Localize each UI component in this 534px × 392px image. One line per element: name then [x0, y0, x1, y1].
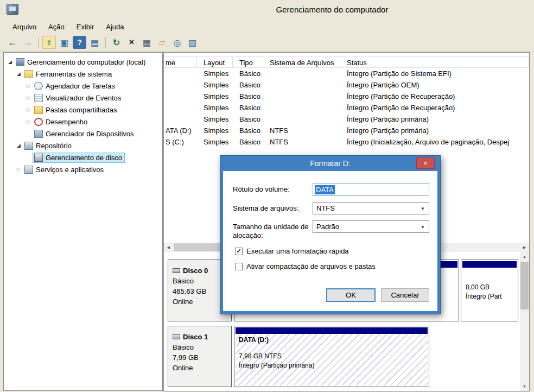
scroll-down-icon[interactable]: ▼: [520, 382, 529, 391]
disk-type: Básico: [173, 342, 227, 352]
selected-input-text: DATA: [315, 185, 335, 194]
collapsed-arrow-icon[interactable]: [24, 119, 33, 124]
help-icon[interactable]: ?: [73, 36, 86, 49]
partition-size: 8,00 GB: [466, 283, 513, 292]
tree-item-computer-management-local[interactable]: Gerenciamento do computador (local): [4, 56, 162, 68]
scrollbar-thumb[interactable]: [520, 262, 529, 309]
menu-action[interactable]: Ação: [42, 21, 71, 33]
tree-item-device-manager[interactable]: Gerenciador de Dispositivos: [4, 128, 162, 140]
cell-volume: [164, 91, 197, 102]
tree-item-label: Agendador de Tarefas: [46, 82, 115, 90]
expanded-arrow-icon[interactable]: [15, 71, 23, 77]
delete-icon[interactable]: ×: [125, 36, 138, 49]
column-header-layout[interactable]: Layout: [197, 57, 233, 67]
expanded-arrow-icon[interactable]: [15, 143, 23, 148]
volume-row[interactable]: Simples Básico Íntegro (Partição OEM): [164, 79, 529, 91]
vertical-scrollbar[interactable]: ▲ ▼: [520, 252, 529, 391]
tree-item-task-scheduler[interactable]: Agendador de Tarefas: [4, 80, 162, 92]
titlebar: Gerenciamento do computador: [0, 0, 534, 20]
tree-item-disk-management[interactable]: Gerenciamento de disco: [4, 151, 162, 163]
cell-fs: NTFS: [263, 136, 340, 148]
volume-row[interactable]: S (C:) Simples Básico NTFS Íntegro (Inic…: [164, 136, 529, 148]
allocation-unit-row: Tamanho da unidade de alocação: Padrão ▼: [233, 220, 429, 240]
volume-row[interactable]: ATA (D:) Simples Básico NTFS Íntegro (Pa…: [164, 125, 529, 136]
disk-name: Disco 1: [183, 332, 208, 342]
toolbar: ← → ⇧ ▣ ? ▤ ↻ × ▦ ▱ ◎ ▨: [0, 34, 534, 52]
menubar: Arquivo Ação Exibir Ajuda: [0, 20, 534, 34]
partition-box-data-d[interactable]: DATA (D:) 7,98 GB NTFS Íntegro (Partição…: [234, 326, 429, 387]
allocation-unit-value: Padrão: [316, 223, 339, 231]
menu-help[interactable]: Ajuda: [100, 21, 130, 33]
volume-row[interactable]: Simples Básico Íntegro (Partição de Sist…: [164, 68, 529, 79]
cell-layout: Simples: [197, 79, 233, 91]
partition-box-8gb[interactable]: 8,00 GB Íntegro (Part: [461, 260, 518, 321]
column-header-status[interactable]: Status: [340, 57, 529, 67]
scroll-right-icon[interactable]: ▶: [520, 243, 529, 252]
tree-item-system-tools[interactable]: Ferramentas de sistema: [4, 68, 162, 80]
cell-volume: ATA (D:): [164, 125, 197, 136]
tree-item-event-viewer[interactable]: Visualizador de Eventos: [4, 92, 162, 104]
tree-item-storage[interactable]: Repositório: [4, 140, 162, 151]
volume-table-header: me Layout Tipo Sistema de Arquivos Statu…: [164, 56, 529, 68]
column-header-volume[interactable]: me: [164, 57, 197, 67]
partition-info: 8,00 GB Íntegro (Part: [462, 268, 517, 320]
window-title: Gerenciamento do computador: [130, 5, 534, 14]
cell-status: Íntegro (Partição de Sistema EFI): [340, 68, 529, 79]
refresh-icon[interactable]: ↻: [110, 36, 123, 49]
console-window-icon[interactable]: ▤: [88, 36, 101, 49]
menu-file[interactable]: Arquivo: [7, 21, 42, 33]
cell-layout: Simples: [197, 68, 233, 79]
volume-label-input[interactable]: DATA: [313, 183, 429, 196]
console-tree-icon[interactable]: ▣: [58, 36, 71, 49]
tree-item-shared-folders[interactable]: Pastas compartilhadas: [4, 104, 162, 116]
forward-icon[interactable]: →: [21, 36, 34, 49]
scroll-left-icon[interactable]: ◀: [164, 243, 173, 252]
close-icon[interactable]: ×: [416, 157, 435, 169]
computer-management-icon: [7, 4, 18, 15]
tree-item-services-applications[interactable]: Serviços e aplicativos: [4, 163, 162, 175]
disk-1-row: Disco 1 Básico 7,99 GB Online DATA (D:) …: [168, 326, 518, 387]
column-header-filesystem[interactable]: Sistema de Arquivos: [263, 57, 340, 67]
quick-format-checkbox[interactable]: ✓: [235, 248, 243, 255]
tree-item-label: Gerenciamento do computador (local): [27, 58, 145, 66]
allocation-unit-label: Tamanho da unidade de alocação:: [233, 220, 313, 240]
cell-status: Íntegro (Partição OEM): [340, 79, 529, 91]
cell-fs: [263, 68, 340, 79]
find-icon[interactable]: ◎: [170, 36, 184, 49]
ok-button[interactable]: OK: [326, 288, 376, 302]
disk-1-card[interactable]: Disco 1 Básico 7,99 GB Online: [168, 326, 232, 387]
expanded-arrow-icon[interactable]: [6, 59, 14, 65]
storage-icon: [24, 142, 33, 150]
services-icon: [24, 166, 33, 174]
open-icon[interactable]: ▱: [155, 36, 169, 49]
collapsed-arrow-icon[interactable]: [15, 167, 23, 172]
chevron-down-icon: ▼: [421, 225, 425, 230]
cancel-button[interactable]: Cancelar: [381, 288, 429, 302]
collapsed-arrow-icon[interactable]: [24, 83, 33, 88]
collapsed-arrow-icon[interactable]: [24, 95, 33, 100]
disk-status: Online: [173, 363, 227, 373]
disk-view-icon[interactable]: ▨: [186, 36, 199, 49]
compression-label: Ativar compactação de arquivos e pastas: [246, 262, 376, 270]
volume-row[interactable]: Simples Básico Íntegro (Partição de Recu…: [164, 91, 529, 102]
column-header-type[interactable]: Tipo: [233, 57, 263, 67]
up-level-icon[interactable]: ⇧: [42, 36, 56, 49]
compression-checkbox[interactable]: [235, 263, 243, 270]
device-manager-icon: [34, 130, 43, 138]
disk-icon: [173, 334, 180, 339]
cell-type: Básico: [233, 79, 263, 91]
dialog-title: Formatar D:: [220, 159, 440, 168]
file-system-select[interactable]: NTFS ▼: [313, 202, 429, 214]
collapsed-arrow-icon[interactable]: [24, 107, 33, 112]
cell-fs: [263, 102, 340, 113]
dialog-titlebar: Formatar D: ×: [220, 156, 440, 171]
menu-view[interactable]: Exibir: [71, 21, 100, 33]
properties-icon[interactable]: ▦: [140, 36, 154, 49]
back-icon[interactable]: ←: [5, 36, 19, 49]
allocation-unit-select[interactable]: Padrão ▼: [313, 220, 429, 233]
tree-item-performance[interactable]: Desempenho: [4, 116, 162, 128]
volume-row[interactable]: Simples Básico Íntegro (Partição primári…: [164, 113, 529, 125]
scroll-up-icon[interactable]: ▲: [520, 252, 529, 261]
volume-row[interactable]: Simples Básico Íntegro (Partição de Recu…: [164, 102, 529, 113]
cell-type: Básico: [233, 136, 263, 148]
